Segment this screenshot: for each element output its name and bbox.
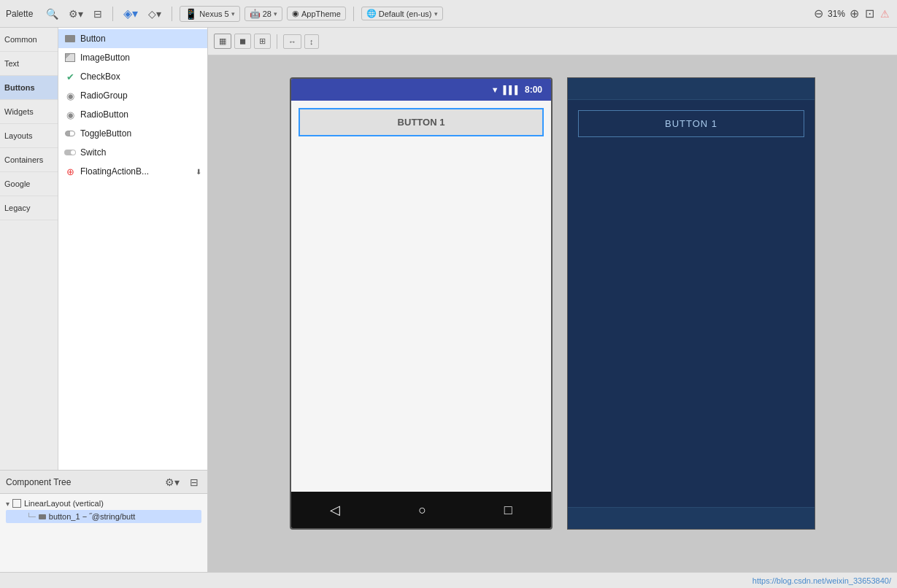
design-split-view-button[interactable]: ▦ — [214, 34, 231, 49]
design-only-icon: ◼ — [239, 36, 246, 46]
blueprint-button1[interactable]: BUTTON 1 — [578, 110, 804, 137]
category-common[interactable]: Common — [0, 28, 58, 52]
signal-icon: ▌▌▌ — [504, 85, 520, 94]
back-nav-icon[interactable]: ◁ — [330, 502, 340, 518]
top-toolbar: Palette 🔍 ⚙▾ ⊟ ◈▾ ◇▾ 📱 Nexus 5 ▾ 🤖 28 ▾ … — [0, 0, 897, 28]
locale-label: Default (en-us) — [379, 9, 432, 18]
widget-button-label: Button — [80, 34, 106, 44]
blueprint-body — [568, 147, 815, 507]
theme-label: AppTheme — [301, 9, 341, 18]
switch-icon — [64, 147, 76, 158]
design-only-button[interactable]: ◼ — [234, 34, 251, 49]
button-icon — [64, 33, 76, 45]
widget-radiobutton-label: RadioButton — [80, 109, 128, 120]
phone-content: BUTTON 1 — [291, 101, 551, 492]
phone-mockup: ▼ ▌▌▌ 8:00 BUTTON 1 ◁ ○ □ — [290, 77, 553, 530]
fab-icon: ⊕ — [64, 166, 76, 177]
constraints-button[interactable]: ◇▾ — [145, 7, 164, 21]
category-legacy[interactable]: Legacy — [0, 196, 58, 220]
phone-statusbar: ▼ ▌▌▌ 8:00 — [291, 79, 551, 101]
layer-button[interactable]: ◈▾ — [120, 5, 141, 22]
category-widgets[interactable]: Widgets — [0, 100, 58, 124]
zoom-in-button[interactable]: ⊕ — [848, 5, 861, 22]
collapse-button[interactable]: ⊟ — [91, 7, 105, 21]
vertical-layout-button[interactable]: ↕ — [304, 34, 319, 49]
horizontal-layout-button[interactable]: ↔ — [283, 34, 301, 49]
category-text[interactable]: Text — [0, 52, 58, 76]
tree-title: Component Tree — [6, 477, 71, 487]
view-toolbar: ▦ ◼ ⊞ ↔ ↕ — [208, 28, 897, 55]
device-label: Nexus 5 — [199, 9, 228, 18]
download-icon: ⬇ — [196, 168, 201, 176]
widget-radiobutton[interactable]: ◉ RadioButton — [58, 105, 207, 124]
component-tree: Component Tree ⚙▾ ⊟ ▾ LinearLayout (vert… — [0, 470, 207, 572]
zoom-level: 31% — [828, 9, 845, 19]
tree-body: ▾ LinearLayout (vertical) └─ button_1 − … — [0, 494, 207, 526]
zoom-out-button[interactable]: ⊖ — [812, 5, 825, 22]
device-icon: 📱 — [185, 8, 197, 20]
search-button[interactable]: 🔍 — [43, 7, 61, 21]
category-sidebar: Common Text Buttons Widgets Layouts Cont… — [0, 28, 58, 470]
blueprint-header — [568, 78, 815, 100]
expand-icon: ▾ — [6, 500, 9, 508]
widget-fab-label: FloatingActionB... — [80, 166, 149, 177]
linearlayout-label: LinearLayout (vertical) — [24, 499, 104, 508]
canvas-area: ▦ ◼ ⊞ ↔ ↕ ▼ ▌▌▌ 8:00 BUTTON 1 — [208, 28, 897, 572]
checkbox-icon: ✔ — [64, 71, 76, 82]
recent-nav-icon[interactable]: □ — [504, 503, 512, 518]
tree-item-linearlayout[interactable]: ▾ LinearLayout (vertical) — [6, 497, 201, 510]
api-selector[interactable]: 🤖 28 ▾ — [245, 7, 282, 21]
theme-icon: ◉ — [292, 9, 299, 18]
indent-line: └─ — [26, 513, 36, 520]
zoom-controls: ⊖ 31% ⊕ ⊡ ⚠ — [812, 5, 891, 22]
category-buttons[interactable]: Buttons — [0, 76, 58, 100]
theme-selector[interactable]: ◉ AppTheme — [287, 7, 346, 20]
locale-selector[interactable]: 🌐 Default (en-us) ▾ — [361, 7, 443, 20]
device-selector[interactable]: 📱 Nexus 5 ▾ — [180, 6, 239, 22]
widget-checkbox-label: CheckBox — [80, 71, 120, 82]
tree-item-button1[interactable]: └─ button_1 − ˝@string/butt — [6, 510, 201, 523]
settings-button[interactable]: ⚙▾ — [66, 7, 86, 21]
status-url: https://blog.csdn.net/weixin_33653840/ — [752, 576, 891, 585]
widget-togglebutton-label: ToggleButton — [80, 128, 131, 139]
api-arrow: ▾ — [274, 10, 277, 18]
imagebutton-icon — [64, 52, 76, 63]
tree-header: Component Tree ⚙▾ ⊟ — [0, 471, 207, 494]
widget-imagebutton[interactable]: ImageButton — [58, 48, 207, 67]
palette-title: Palette — [6, 9, 33, 19]
widget-radiogroup[interactable]: ◉ RadioGroup — [58, 86, 207, 105]
blueprint-footer — [568, 507, 815, 529]
locale-arrow: ▾ — [434, 10, 438, 18]
home-nav-icon[interactable]: ○ — [418, 503, 426, 518]
wifi-icon: ▼ — [491, 85, 499, 94]
status-bar: https://blog.csdn.net/weixin_33653840/ — [0, 572, 897, 588]
blueprint-panel: BUTTON 1 — [567, 77, 815, 530]
category-layouts[interactable]: Layouts — [0, 124, 58, 148]
widget-list: Button ImageButton ✔ CheckBox — [58, 28, 207, 470]
button1-tree-label: button_1 − ˝@string/butt — [49, 512, 136, 521]
fit-button[interactable]: ⊡ — [863, 5, 876, 22]
widget-switch[interactable]: Switch — [58, 143, 207, 162]
phone-button1[interactable]: BUTTON 1 — [299, 108, 544, 136]
separator-2 — [172, 7, 172, 21]
left-panel: Common Text Buttons Widgets Layouts Cont… — [0, 28, 208, 572]
separator-1 — [112, 7, 113, 21]
blueprint-only-button[interactable]: ⊞ — [254, 34, 271, 49]
tree-settings-button[interactable]: ⚙▾ — [162, 475, 182, 490]
view-sep — [277, 34, 277, 49]
widget-fab[interactable]: ⊕ FloatingActionB... ⬇ — [58, 162, 207, 181]
device-arrow: ▾ — [231, 10, 235, 18]
togglebutton-icon — [64, 128, 76, 139]
api-label: 28 — [263, 9, 272, 18]
canvas: ▼ ▌▌▌ 8:00 BUTTON 1 ◁ ○ □ BUTTON 1 — [208, 55, 897, 572]
category-containers[interactable]: Containers — [0, 148, 58, 172]
radiogroup-icon: ◉ — [64, 90, 76, 101]
widget-button[interactable]: Button — [58, 29, 207, 48]
tree-collapse-button[interactable]: ⊟ — [187, 475, 201, 490]
warning-button[interactable]: ⚠ — [879, 7, 891, 21]
widget-checkbox[interactable]: ✔ CheckBox — [58, 67, 207, 86]
main-area: Common Text Buttons Widgets Layouts Cont… — [0, 28, 897, 572]
widget-togglebutton[interactable]: ToggleButton — [58, 124, 207, 143]
locale-icon: 🌐 — [366, 9, 377, 18]
category-google[interactable]: Google — [0, 172, 58, 196]
